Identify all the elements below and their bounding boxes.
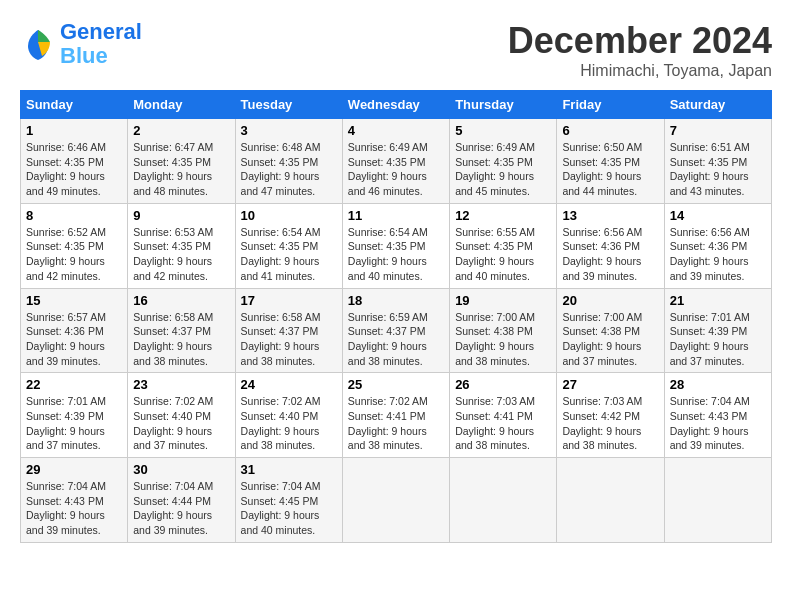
day-number: 28 <box>670 377 766 392</box>
day-info: Sunrise: 6:49 AMSunset: 4:35 PMDaylight:… <box>348 141 428 197</box>
day-header-thursday: Thursday <box>450 91 557 119</box>
calendar-cell: 14 Sunrise: 6:56 AMSunset: 4:36 PMDaylig… <box>664 203 771 288</box>
day-number: 4 <box>348 123 444 138</box>
day-number: 16 <box>133 293 229 308</box>
day-number: 11 <box>348 208 444 223</box>
calendar-cell: 19 Sunrise: 7:00 AMSunset: 4:38 PMDaylig… <box>450 288 557 373</box>
day-info: Sunrise: 7:01 AMSunset: 4:39 PMDaylight:… <box>670 311 750 367</box>
calendar-cell: 23 Sunrise: 7:02 AMSunset: 4:40 PMDaylig… <box>128 373 235 458</box>
logo-icon <box>20 26 56 62</box>
month-title: December 2024 <box>508 20 772 62</box>
day-number: 29 <box>26 462 122 477</box>
logo-text: GeneralBlue <box>60 20 142 68</box>
calendar-cell <box>664 458 771 543</box>
day-number: 22 <box>26 377 122 392</box>
calendar-week-row: 29 Sunrise: 7:04 AMSunset: 4:43 PMDaylig… <box>21 458 772 543</box>
day-info: Sunrise: 6:57 AMSunset: 4:36 PMDaylight:… <box>26 311 106 367</box>
location: Himimachi, Toyama, Japan <box>508 62 772 80</box>
calendar-week-row: 1 Sunrise: 6:46 AMSunset: 4:35 PMDayligh… <box>21 119 772 204</box>
day-number: 19 <box>455 293 551 308</box>
day-number: 12 <box>455 208 551 223</box>
day-info: Sunrise: 6:58 AMSunset: 4:37 PMDaylight:… <box>133 311 213 367</box>
calendar-cell: 5 Sunrise: 6:49 AMSunset: 4:35 PMDayligh… <box>450 119 557 204</box>
calendar-cell <box>342 458 449 543</box>
calendar-cell: 21 Sunrise: 7:01 AMSunset: 4:39 PMDaylig… <box>664 288 771 373</box>
day-header-tuesday: Tuesday <box>235 91 342 119</box>
calendar-week-row: 15 Sunrise: 6:57 AMSunset: 4:36 PMDaylig… <box>21 288 772 373</box>
day-number: 9 <box>133 208 229 223</box>
calendar-week-row: 8 Sunrise: 6:52 AMSunset: 4:35 PMDayligh… <box>21 203 772 288</box>
calendar-cell: 12 Sunrise: 6:55 AMSunset: 4:35 PMDaylig… <box>450 203 557 288</box>
calendar-cell: 2 Sunrise: 6:47 AMSunset: 4:35 PMDayligh… <box>128 119 235 204</box>
calendar-week-row: 22 Sunrise: 7:01 AMSunset: 4:39 PMDaylig… <box>21 373 772 458</box>
calendar-cell: 7 Sunrise: 6:51 AMSunset: 4:35 PMDayligh… <box>664 119 771 204</box>
day-info: Sunrise: 7:00 AMSunset: 4:38 PMDaylight:… <box>562 311 642 367</box>
day-number: 14 <box>670 208 766 223</box>
day-number: 21 <box>670 293 766 308</box>
logo: GeneralBlue <box>20 20 142 68</box>
calendar-cell: 1 Sunrise: 6:46 AMSunset: 4:35 PMDayligh… <box>21 119 128 204</box>
calendar-cell: 17 Sunrise: 6:58 AMSunset: 4:37 PMDaylig… <box>235 288 342 373</box>
day-info: Sunrise: 6:52 AMSunset: 4:35 PMDaylight:… <box>26 226 106 282</box>
day-number: 10 <box>241 208 337 223</box>
day-info: Sunrise: 7:02 AMSunset: 4:40 PMDaylight:… <box>241 395 321 451</box>
day-number: 6 <box>562 123 658 138</box>
day-header-monday: Monday <box>128 91 235 119</box>
day-info: Sunrise: 6:48 AMSunset: 4:35 PMDaylight:… <box>241 141 321 197</box>
day-info: Sunrise: 7:04 AMSunset: 4:44 PMDaylight:… <box>133 480 213 536</box>
calendar-cell: 22 Sunrise: 7:01 AMSunset: 4:39 PMDaylig… <box>21 373 128 458</box>
calendar-cell: 31 Sunrise: 7:04 AMSunset: 4:45 PMDaylig… <box>235 458 342 543</box>
calendar-body: 1 Sunrise: 6:46 AMSunset: 4:35 PMDayligh… <box>21 119 772 543</box>
day-info: Sunrise: 7:04 AMSunset: 4:43 PMDaylight:… <box>26 480 106 536</box>
calendar-cell: 25 Sunrise: 7:02 AMSunset: 4:41 PMDaylig… <box>342 373 449 458</box>
calendar-cell: 20 Sunrise: 7:00 AMSunset: 4:38 PMDaylig… <box>557 288 664 373</box>
calendar-cell: 27 Sunrise: 7:03 AMSunset: 4:42 PMDaylig… <box>557 373 664 458</box>
day-info: Sunrise: 6:51 AMSunset: 4:35 PMDaylight:… <box>670 141 750 197</box>
day-number: 25 <box>348 377 444 392</box>
calendar-cell: 18 Sunrise: 6:59 AMSunset: 4:37 PMDaylig… <box>342 288 449 373</box>
page-header: GeneralBlue December 2024 Himimachi, Toy… <box>20 20 772 80</box>
calendar-cell: 30 Sunrise: 7:04 AMSunset: 4:44 PMDaylig… <box>128 458 235 543</box>
day-number: 5 <box>455 123 551 138</box>
day-header-wednesday: Wednesday <box>342 91 449 119</box>
day-header-sunday: Sunday <box>21 91 128 119</box>
calendar-cell: 16 Sunrise: 6:58 AMSunset: 4:37 PMDaylig… <box>128 288 235 373</box>
calendar-cell: 15 Sunrise: 6:57 AMSunset: 4:36 PMDaylig… <box>21 288 128 373</box>
day-number: 13 <box>562 208 658 223</box>
calendar-cell: 11 Sunrise: 6:54 AMSunset: 4:35 PMDaylig… <box>342 203 449 288</box>
calendar-cell <box>450 458 557 543</box>
day-number: 24 <box>241 377 337 392</box>
day-info: Sunrise: 6:56 AMSunset: 4:36 PMDaylight:… <box>562 226 642 282</box>
calendar-cell: 29 Sunrise: 7:04 AMSunset: 4:43 PMDaylig… <box>21 458 128 543</box>
day-info: Sunrise: 7:03 AMSunset: 4:42 PMDaylight:… <box>562 395 642 451</box>
calendar-cell: 8 Sunrise: 6:52 AMSunset: 4:35 PMDayligh… <box>21 203 128 288</box>
calendar-cell: 9 Sunrise: 6:53 AMSunset: 4:35 PMDayligh… <box>128 203 235 288</box>
day-info: Sunrise: 6:49 AMSunset: 4:35 PMDaylight:… <box>455 141 535 197</box>
day-number: 27 <box>562 377 658 392</box>
calendar-cell: 28 Sunrise: 7:04 AMSunset: 4:43 PMDaylig… <box>664 373 771 458</box>
day-info: Sunrise: 6:58 AMSunset: 4:37 PMDaylight:… <box>241 311 321 367</box>
day-number: 26 <box>455 377 551 392</box>
day-info: Sunrise: 6:59 AMSunset: 4:37 PMDaylight:… <box>348 311 428 367</box>
day-info: Sunrise: 7:03 AMSunset: 4:41 PMDaylight:… <box>455 395 535 451</box>
day-info: Sunrise: 6:55 AMSunset: 4:35 PMDaylight:… <box>455 226 535 282</box>
day-info: Sunrise: 7:02 AMSunset: 4:41 PMDaylight:… <box>348 395 428 451</box>
day-number: 18 <box>348 293 444 308</box>
calendar-cell <box>557 458 664 543</box>
calendar-cell: 4 Sunrise: 6:49 AMSunset: 4:35 PMDayligh… <box>342 119 449 204</box>
day-info: Sunrise: 6:53 AMSunset: 4:35 PMDaylight:… <box>133 226 213 282</box>
title-block: December 2024 Himimachi, Toyama, Japan <box>508 20 772 80</box>
day-number: 1 <box>26 123 122 138</box>
day-header-friday: Friday <box>557 91 664 119</box>
day-info: Sunrise: 7:04 AMSunset: 4:43 PMDaylight:… <box>670 395 750 451</box>
day-number: 20 <box>562 293 658 308</box>
calendar-cell: 6 Sunrise: 6:50 AMSunset: 4:35 PMDayligh… <box>557 119 664 204</box>
day-number: 7 <box>670 123 766 138</box>
day-number: 15 <box>26 293 122 308</box>
day-number: 2 <box>133 123 229 138</box>
day-info: Sunrise: 6:56 AMSunset: 4:36 PMDaylight:… <box>670 226 750 282</box>
day-info: Sunrise: 6:46 AMSunset: 4:35 PMDaylight:… <box>26 141 106 197</box>
calendar-table: SundayMondayTuesdayWednesdayThursdayFrid… <box>20 90 772 543</box>
day-info: Sunrise: 7:02 AMSunset: 4:40 PMDaylight:… <box>133 395 213 451</box>
day-number: 23 <box>133 377 229 392</box>
